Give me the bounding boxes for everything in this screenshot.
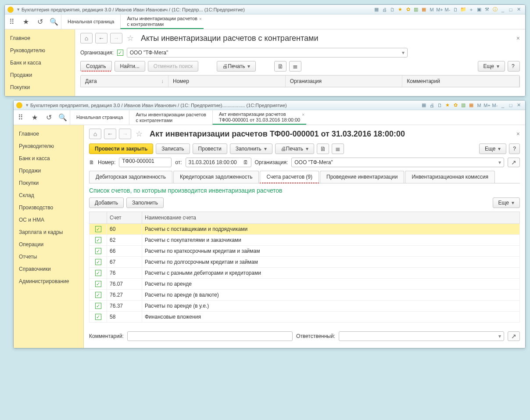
close-icon[interactable]: ✕ — [515, 6, 522, 13]
dropdown-icon[interactable]: ▾ — [17, 7, 20, 12]
th-check[interactable] — [90, 212, 107, 224]
doc-icon[interactable]: 🗋 — [389, 6, 396, 13]
table-row[interactable]: ✓76.37Расчеты по аренде (в у.е.) — [90, 301, 520, 312]
calendar-icon[interactable]: 🗓 — [243, 159, 248, 165]
search-icon[interactable]: 🔍 — [56, 110, 70, 125]
table-row[interactable]: ✓76Расчеты с разными дебиторами и кредит… — [90, 268, 520, 279]
sidebar-item[interactable]: Главное — [14, 128, 83, 140]
tab-start[interactable]: Начальная страница — [70, 110, 129, 125]
more-button[interactable]: Еще▾ — [478, 61, 505, 72]
doc-tab[interactable]: Проведение инвентаризации — [320, 171, 404, 183]
memory-m-icon[interactable]: M — [428, 6, 435, 13]
min-icon[interactable]: _ — [499, 102, 506, 109]
doc-tab[interactable]: Инвентаризационная комиссия — [405, 171, 495, 183]
doc-tab[interactable]: Счета расчетов (9) — [260, 171, 319, 183]
tab-close-icon[interactable]: × — [302, 112, 304, 118]
col-number[interactable]: Номер — [168, 75, 286, 87]
sidebar-item[interactable]: Склад — [14, 189, 83, 201]
star-icon[interactable]: ☆ — [136, 129, 143, 139]
sidebar-item[interactable]: Производство — [14, 201, 83, 214]
forward-button[interactable]: → — [119, 129, 131, 139]
tab-close-icon[interactable]: × — [199, 16, 202, 22]
calc-icon[interactable]: ▥ — [460, 102, 467, 109]
help-button[interactable]: ? — [509, 144, 520, 154]
home-button[interactable]: ⌂ — [89, 129, 101, 139]
apps-icon[interactable]: ⠿ — [14, 110, 28, 125]
memory-mplus-icon[interactable]: M+ — [436, 6, 443, 13]
table-row[interactable]: ✓58Финансовые вложения — [90, 312, 520, 323]
sidebar-item[interactable]: Отчеты — [14, 251, 83, 263]
org-select[interactable]: ООО "ТФ-Мега"▾ — [291, 158, 504, 167]
sidebar-item[interactable]: Администрирование — [14, 275, 83, 287]
calendar-icon[interactable]: ▦ — [468, 102, 475, 109]
list-icon[interactable]: ≣ — [289, 61, 301, 72]
tab-document[interactable]: Акт инвентаризации расчетовТФ00-000001 о… — [212, 110, 306, 125]
calendar-icon[interactable]: ▦ — [420, 6, 427, 13]
sidebar-item[interactable]: Операции — [14, 238, 83, 251]
dropdown-icon[interactable]: ▾ — [26, 102, 29, 108]
add-button[interactable]: Добавить — [89, 197, 124, 208]
memory-mminus-icon[interactable]: M- — [491, 102, 498, 109]
resp-select[interactable]: ▾ — [339, 331, 504, 341]
sidebar-item[interactable]: Справочники — [14, 263, 83, 275]
max-icon[interactable]: □ — [507, 102, 514, 109]
plus-icon[interactable]: + — [468, 6, 475, 13]
table-more-button[interactable]: Еще▾ — [493, 197, 520, 208]
sidebar-item[interactable]: Банк и касса — [14, 152, 83, 165]
search-icon[interactable]: 🔍 — [47, 14, 61, 29]
sidebar-item[interactable]: Главное — [5, 32, 75, 44]
row-check[interactable]: ✓ — [95, 292, 101, 298]
history-icon[interactable]: ↺ — [33, 14, 47, 29]
back-button[interactable]: ← — [95, 33, 107, 43]
org-filter-check[interactable]: ✓ — [117, 50, 123, 56]
row-check[interactable]: ✓ — [95, 270, 101, 276]
row-check[interactable]: ✓ — [95, 248, 101, 254]
open-icon[interactable]: ↗ — [508, 331, 520, 341]
star-icon[interactable]: ★ — [19, 14, 33, 29]
apps-icon[interactable]: ⠿ — [5, 14, 19, 29]
memory-mminus-icon[interactable]: M- — [444, 6, 451, 13]
tool-icon[interactable]: ▦ — [373, 6, 380, 13]
sidebar-item[interactable]: Банк и касса — [5, 57, 75, 69]
info-icon[interactable]: ⓘ — [491, 6, 498, 13]
report-icon[interactable]: 🗎 — [317, 144, 329, 154]
home-button[interactable]: ⌂ — [80, 33, 93, 43]
print-icon[interactable]: 🖨 — [428, 102, 435, 109]
max-icon[interactable]: □ — [507, 6, 514, 13]
row-check[interactable]: ✓ — [95, 303, 101, 309]
row-check[interactable]: ✓ — [95, 314, 101, 320]
print-button[interactable]: 🖨 Печать▾ — [275, 144, 314, 154]
row-check[interactable]: ✓ — [95, 259, 101, 265]
folder-icon[interactable]: 📁 — [460, 6, 467, 13]
fav-icon[interactable]: ★ — [397, 6, 404, 13]
tool-icon[interactable]: ▦ — [420, 102, 427, 109]
star-icon[interactable]: ☆ — [127, 33, 134, 43]
calc-icon[interactable]: ▥ — [412, 6, 419, 13]
sidebar-item[interactable]: Зарплата и кадры — [14, 226, 83, 238]
sidebar-item[interactable]: Продажи — [5, 69, 75, 81]
fill-button[interactable]: Заполнить▾ — [230, 144, 272, 154]
sidebar-item[interactable]: Покупки — [5, 81, 75, 93]
date-input[interactable]: 31.03.2016 18:00:00🗓 — [186, 158, 251, 167]
memory-mplus-icon[interactable]: M+ — [483, 102, 491, 109]
number-input[interactable]: ТФ00-000001 — [119, 158, 172, 167]
save-button[interactable]: Записать — [156, 144, 190, 154]
doc-tab[interactable]: Кредиторская задолженность — [173, 171, 259, 183]
col-comment[interactable]: Комментарий — [402, 75, 519, 87]
col-date[interactable]: Дата↓ — [81, 75, 168, 87]
comment-input[interactable] — [127, 331, 293, 341]
more-button[interactable]: Еще▾ — [479, 144, 506, 154]
memory-m-icon[interactable]: M — [476, 102, 483, 109]
sidebar-item[interactable]: ОС и НМА — [14, 214, 83, 226]
list-icon[interactable]: ≣ — [332, 144, 344, 154]
th-account[interactable]: Счет — [107, 212, 142, 224]
table-row[interactable]: ✓67Расчеты по долгосрочным кредитам и за… — [90, 257, 520, 268]
row-check[interactable]: ✓ — [95, 237, 101, 243]
report-icon[interactable]: 🗎 — [274, 61, 286, 72]
new-icon[interactable]: 🗋 — [452, 6, 459, 13]
history-icon[interactable]: ↺ — [42, 110, 56, 125]
back-button[interactable]: ← — [104, 129, 116, 139]
print-icon[interactable]: 🖨 — [381, 6, 388, 13]
forward-button[interactable]: → — [110, 33, 122, 43]
tab-start[interactable]: Начальная страница — [61, 14, 120, 29]
